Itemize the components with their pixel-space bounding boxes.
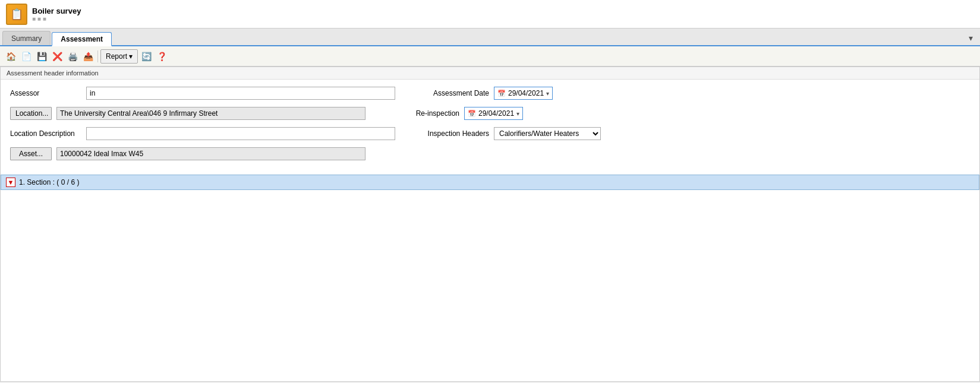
inspection-headers-label: Inspection Headers bbox=[418, 129, 489, 138]
section-collapse-button[interactable]: ▼ bbox=[6, 178, 15, 187]
new-button[interactable]: 📄 bbox=[19, 49, 33, 64]
toolbar-sep1 bbox=[97, 50, 98, 62]
reinspection-date-value: 29/04/2021 bbox=[478, 109, 514, 118]
print-button[interactable]: 🖨️ bbox=[65, 49, 80, 64]
assessment-date-value: 29/04/2021 bbox=[508, 89, 544, 97]
section-row[interactable]: ▼ 1. Section : ( 0 / 6 ) bbox=[1, 175, 979, 190]
assessment-date-arrow[interactable]: ▾ bbox=[546, 90, 549, 97]
home-button[interactable]: 🏠 bbox=[4, 49, 18, 64]
app-title: Boiler survey bbox=[32, 7, 81, 15]
report-dropdown-arrow: ▾ bbox=[129, 52, 133, 61]
title-bar: Boiler survey ■ ■ ■ bbox=[0, 0, 980, 29]
report-button[interactable]: Report ▾ bbox=[100, 49, 138, 64]
row-location: Location... Re-inspection 📅 29/04/2021 ▾ bbox=[10, 107, 970, 120]
location-button[interactable]: Location... bbox=[10, 107, 52, 120]
assessment-date-picker[interactable]: 📅 29/04/2021 ▾ bbox=[494, 87, 553, 100]
app-icon bbox=[6, 4, 27, 25]
row-assessor: Assessor Assessment Date 📅 29/04/2021 ▾ bbox=[10, 87, 970, 100]
form-area: Assessor Assessment Date 📅 29/04/2021 ▾ … bbox=[1, 80, 979, 175]
cancel-button[interactable]: ❌ bbox=[50, 49, 64, 64]
inspection-headers-select[interactable]: Calorifiers/Water Heaters Boilers Other bbox=[494, 127, 601, 140]
reinspection-calendar-icon: 📅 bbox=[468, 110, 476, 118]
collapse-icon: ▼ bbox=[8, 179, 14, 186]
tab-bar: Summary Assessment ▾ bbox=[0, 29, 980, 46]
calendar-icon: 📅 bbox=[497, 90, 506, 97]
tab-summary[interactable]: Summary bbox=[2, 31, 51, 45]
tab-assessment[interactable]: Assessment bbox=[52, 32, 112, 46]
asset-input[interactable] bbox=[56, 147, 365, 160]
asset-button[interactable]: Asset... bbox=[10, 147, 52, 160]
location-input[interactable] bbox=[56, 107, 365, 120]
export-button[interactable]: 📤 bbox=[81, 49, 95, 64]
reinspection-date-picker[interactable]: 📅 29/04/2021 ▾ bbox=[464, 107, 523, 120]
section-label: 1. Section : ( 0 / 6 ) bbox=[19, 178, 79, 186]
main-content: Assessment header information Assessor A… bbox=[0, 67, 980, 382]
reinspection-label: Re-inspection bbox=[388, 109, 459, 118]
location-description-input[interactable] bbox=[86, 127, 395, 140]
reinspection-date-arrow[interactable]: ▾ bbox=[516, 110, 519, 117]
save-button[interactable]: 💾 bbox=[34, 49, 49, 64]
tab-chevron[interactable]: ▾ bbox=[964, 31, 978, 45]
location-description-label: Location Description bbox=[10, 129, 81, 138]
help-button[interactable]: ❓ bbox=[155, 49, 169, 64]
row-location-desc: Location Description Inspection Headers … bbox=[10, 127, 970, 140]
title-text: Boiler survey ■ ■ ■ bbox=[32, 7, 81, 22]
section-header-label: Assessment header information bbox=[7, 69, 99, 77]
toolbar: 🏠 📄 💾 ❌ 🖨️ 📤 Report ▾ 🔄 ❓ bbox=[0, 46, 980, 67]
refresh-button[interactable]: 🔄 bbox=[139, 49, 153, 64]
section-header-bar: Assessment header information bbox=[1, 67, 979, 80]
app-subtitle: ■ ■ ■ bbox=[32, 15, 81, 22]
assessor-label: Assessor bbox=[10, 89, 81, 97]
row-asset: Asset... bbox=[10, 147, 970, 160]
assessor-input[interactable] bbox=[86, 87, 395, 100]
assessment-date-label: Assessment Date bbox=[418, 89, 489, 97]
